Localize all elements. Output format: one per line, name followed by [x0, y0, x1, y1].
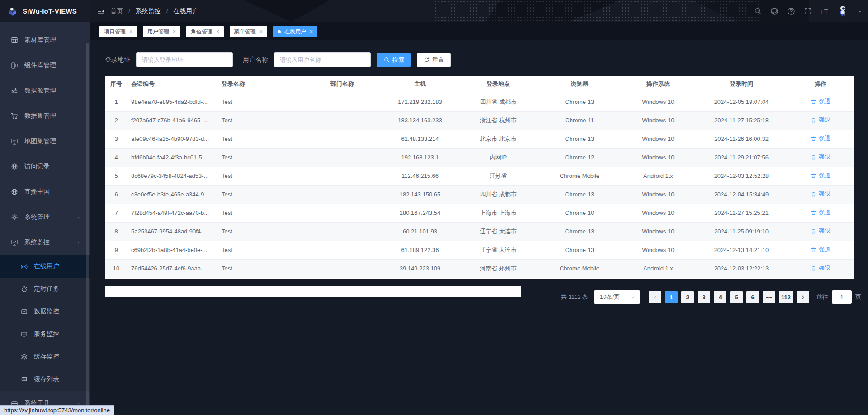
cell-browser: Chrome 13: [539, 222, 620, 241]
search-icon[interactable]: [754, 7, 762, 15]
cell-time: 2024-11-26 16:00:32: [696, 130, 787, 148]
cell-session: 7f28d454-a49f-472c-aa70-b...: [127, 204, 218, 222]
force-logout-button[interactable]: 强退: [811, 98, 830, 106]
cell-browser: Chrome Mobile: [539, 167, 620, 185]
app-root: SiWu-IoT-VIEWS 首页 / 系统监控 / 在线用户 TT: [0, 0, 868, 415]
sidebar-item-cache-list[interactable]: 缓存列表: [0, 368, 90, 391]
tab-menu-manage[interactable]: 菜单管理×: [230, 26, 267, 37]
trash-icon: [811, 136, 816, 142]
sidebar-scrollbar[interactable]: [86, 43, 89, 415]
cell-browser: Chrome 13: [539, 130, 620, 148]
github-icon[interactable]: [770, 7, 778, 15]
cell-location: 上海市 上海市: [458, 204, 539, 222]
layers-icon: [21, 354, 28, 360]
caret-down-icon[interactable]: [857, 9, 863, 14]
page-button-112[interactable]: 112: [779, 291, 793, 303]
goto-page-input[interactable]: [832, 290, 852, 304]
force-logout-button[interactable]: 强退: [811, 227, 830, 235]
sidebar-item-datasource-manage[interactable]: 数据源管理: [0, 78, 90, 103]
close-tab-icon[interactable]: ×: [129, 29, 132, 34]
column-header: 序号: [105, 76, 127, 93]
tab-online-user[interactable]: 在线用户×: [273, 26, 317, 37]
cell-os: Windows 10: [620, 222, 696, 241]
cell-session: 76d54426-25d7-4ef6-9aaa-...: [127, 259, 218, 278]
fullscreen-icon[interactable]: [804, 7, 812, 15]
close-tab-icon[interactable]: ×: [310, 29, 313, 34]
cell-action: 强退: [787, 130, 854, 148]
sliders-icon: [11, 87, 18, 94]
force-logout-button[interactable]: 强退: [811, 116, 830, 124]
force-logout-button[interactable]: 强退: [811, 209, 830, 217]
force-logout-button[interactable]: 强退: [811, 153, 830, 161]
page-button-4[interactable]: 4: [714, 291, 726, 303]
sidebar-item-service-monitor[interactable]: 服务监控: [0, 323, 90, 345]
cell-index: 5: [105, 167, 127, 185]
page-button-1[interactable]: 1: [665, 291, 678, 303]
cell-index: 9: [105, 241, 127, 259]
sidebar-item-live-china[interactable]: 直播中国: [0, 179, 90, 205]
page-size-select[interactable]: 10条/页: [594, 290, 640, 304]
pagination-total: 共 1112 条: [561, 293, 588, 301]
sidebar-item-dataset-manage[interactable]: 数据集管理: [0, 103, 90, 129]
force-logout-button[interactable]: 强退: [811, 172, 830, 180]
sidebar-item-online-user[interactable]: 在线用户: [0, 255, 90, 278]
breadcrumb-home[interactable]: 首页: [110, 7, 123, 15]
cell-index: 6: [105, 185, 127, 204]
page-button-3[interactable]: 3: [698, 291, 710, 303]
chevron-up-icon: [76, 240, 82, 246]
tab-project-manage[interactable]: 项目管理×: [99, 26, 137, 37]
page-button-5[interactable]: 5: [730, 291, 743, 303]
prev-page-button[interactable]: [649, 291, 661, 303]
help-icon[interactable]: [787, 7, 795, 15]
sidebar-item-material-library[interactable]: 素材库管理: [0, 28, 90, 53]
force-logout-button[interactable]: 强退: [811, 246, 830, 254]
page-button-6[interactable]: 6: [746, 291, 759, 303]
cell-host: 180.167.243.54: [382, 204, 458, 222]
gear-icon: [11, 214, 18, 221]
close-tab-icon[interactable]: ×: [259, 29, 263, 34]
sidebar-item-system-manage[interactable]: 系统管理: [0, 205, 90, 230]
login-address-input[interactable]: [136, 52, 233, 67]
force-logout-label: 强退: [819, 246, 830, 254]
reset-button[interactable]: 重置: [417, 53, 451, 67]
sidebar-item-data-monitor[interactable]: 数据监控: [0, 300, 90, 323]
force-logout-button[interactable]: 强退: [811, 135, 830, 143]
sidebar-item-component-library[interactable]: 组件库管理: [0, 53, 90, 78]
trash-icon: [811, 117, 816, 123]
next-page-button[interactable]: [797, 291, 809, 303]
page-button-2[interactable]: 2: [681, 291, 694, 303]
map-board-icon: [11, 138, 18, 145]
status-url-tooltip: https://sv.jinhuwl.top:5743/monitor/onli…: [0, 405, 114, 415]
sidebar-item-system-monitor[interactable]: 系统监控: [0, 230, 90, 255]
breadcrumb-system-monitor[interactable]: 系统监控: [136, 7, 161, 15]
sidebar-item-label: 在线用户: [34, 262, 82, 270]
sidebar-item-label: 缓存监控: [34, 353, 82, 361]
service-monitor-icon: [21, 331, 28, 338]
tab-role-manage[interactable]: 角色管理×: [186, 26, 224, 37]
more-pages-button[interactable]: •••: [763, 291, 775, 303]
close-tab-icon[interactable]: ×: [216, 29, 219, 34]
collapse-sidebar-icon[interactable]: [97, 7, 105, 15]
sidebar-item-visit-log[interactable]: 访问记录: [0, 154, 90, 179]
search-button[interactable]: 搜索: [377, 53, 411, 67]
sidebar-submenu-system-monitor: 在线用户定时任务数据监控服务监控缓存监控缓存列表: [0, 255, 90, 391]
sidebar-item-cron-task[interactable]: 定时任务: [0, 278, 90, 300]
force-logout-button[interactable]: 强退: [811, 190, 830, 198]
close-tab-icon[interactable]: ×: [173, 29, 176, 34]
font-size-icon[interactable]: TT: [821, 7, 829, 15]
cell-name: Test: [218, 185, 302, 204]
component-icon: [11, 62, 18, 69]
column-header: 部门名称: [302, 76, 382, 93]
tab-bar: 项目管理×用户管理×角色管理×菜单管理×在线用户×: [90, 22, 868, 40]
table-row: 58c68e79c-3458-4824-ad53-...Test112.46.2…: [105, 167, 854, 185]
force-logout-button[interactable]: 强退: [811, 264, 830, 272]
chevron-right-icon: [800, 294, 806, 300]
user-name-input[interactable]: [274, 52, 371, 67]
cell-host: 60.21.101.93: [382, 222, 458, 241]
cell-action: 强退: [787, 148, 854, 167]
sidebar-item-map-atlas-manage[interactable]: 地图集管理: [0, 129, 90, 154]
cell-os: Android 1.x: [620, 167, 696, 185]
user-avatar[interactable]: [838, 5, 849, 18]
tab-user-manage[interactable]: 用户管理×: [143, 26, 180, 37]
sidebar-item-cache-monitor[interactable]: 缓存监控: [0, 345, 90, 368]
